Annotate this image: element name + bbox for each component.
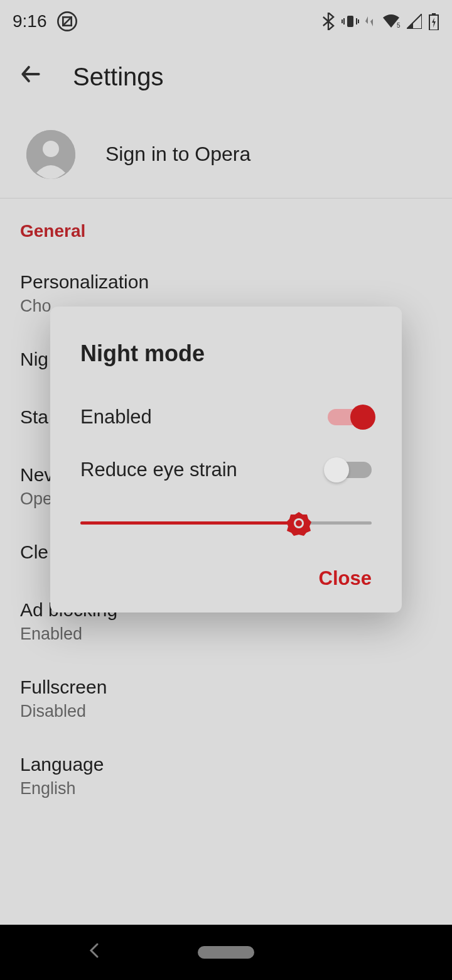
dialog-actions: Close bbox=[50, 550, 402, 600]
setting-sub: Disabled bbox=[20, 702, 432, 721]
slider-thumb[interactable] bbox=[286, 510, 312, 536]
enabled-label: Enabled bbox=[80, 406, 152, 428]
app-header: Settings bbox=[0, 43, 452, 111]
status-bar: 9:16 5 bbox=[0, 0, 452, 43]
status-left: 9:16 bbox=[13, 11, 77, 31]
app-notification-icon bbox=[57, 11, 77, 31]
nav-home-pill[interactable] bbox=[198, 946, 254, 959]
reduce-toggle[interactable] bbox=[328, 462, 372, 478]
reduce-label: Reduce eye strain bbox=[80, 459, 237, 481]
enabled-toggle[interactable] bbox=[328, 409, 372, 425]
setting-sub: English bbox=[20, 779, 432, 798]
svg-point-7 bbox=[43, 141, 59, 157]
toggle-thumb bbox=[350, 405, 375, 430]
vibrate-icon bbox=[342, 14, 359, 29]
setting-language[interactable]: Language English bbox=[0, 738, 452, 815]
status-right: 5 bbox=[321, 13, 439, 30]
avatar-icon bbox=[26, 130, 75, 179]
svg-point-9 bbox=[296, 520, 302, 526]
setting-fullscreen[interactable]: Fullscreen Disabled bbox=[0, 660, 452, 738]
page-title: Settings bbox=[73, 63, 164, 91]
slider-fill bbox=[80, 521, 299, 525]
nav-back-icon[interactable] bbox=[88, 942, 100, 962]
enabled-row[interactable]: Enabled bbox=[50, 391, 402, 444]
brightness-slider-row bbox=[50, 496, 402, 550]
setting-sub: Enabled bbox=[20, 624, 432, 644]
reduce-row[interactable]: Reduce eye strain bbox=[50, 444, 402, 496]
status-time: 9:16 bbox=[13, 11, 47, 31]
night-mode-dialog: Night mode Enabled Reduce eye strain Clo… bbox=[50, 307, 402, 612]
svg-rect-2 bbox=[347, 16, 353, 27]
setting-title: Language bbox=[20, 754, 432, 775]
svg-rect-5 bbox=[432, 13, 436, 15]
wifi-icon: 5 bbox=[382, 14, 401, 29]
signin-label: Sign in to Opera bbox=[105, 143, 250, 166]
slider-track[interactable] bbox=[80, 521, 372, 525]
nav-bar bbox=[0, 925, 452, 980]
toggle-thumb bbox=[324, 457, 349, 482]
svg-text:5: 5 bbox=[397, 22, 401, 29]
section-general: General bbox=[0, 199, 452, 255]
battery-icon bbox=[428, 13, 439, 30]
close-button[interactable]: Close bbox=[319, 567, 372, 590]
signal-icon bbox=[407, 14, 422, 29]
setting-title: Fullscreen bbox=[20, 677, 432, 698]
signin-row[interactable]: Sign in to Opera bbox=[0, 111, 452, 199]
bluetooth-icon bbox=[321, 13, 335, 30]
dialog-title: Night mode bbox=[50, 332, 402, 391]
back-icon[interactable] bbox=[19, 62, 43, 92]
data-icon bbox=[365, 14, 375, 29]
setting-title: Personalization bbox=[20, 271, 432, 293]
